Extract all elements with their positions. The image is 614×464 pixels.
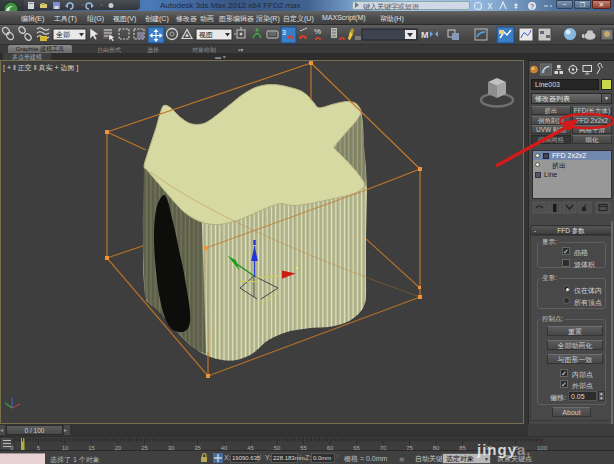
svg-text:全部: 全部 bbox=[56, 31, 70, 39]
svg-text:?: ? bbox=[530, 3, 534, 10]
svg-text:M: M bbox=[421, 30, 429, 40]
svg-text:视图: 视图 bbox=[199, 31, 213, 39]
svg-text:3: 3 bbox=[282, 29, 286, 36]
svg-text:%: % bbox=[314, 27, 321, 36]
